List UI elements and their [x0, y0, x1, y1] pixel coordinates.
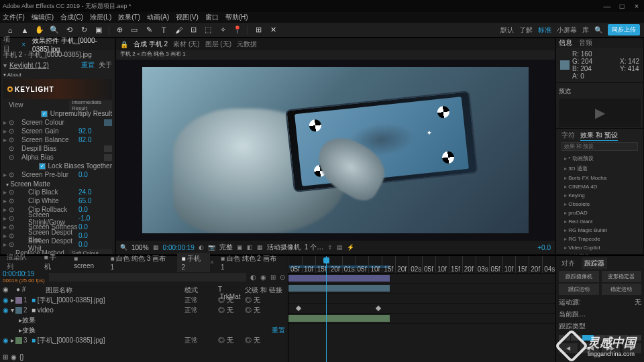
tab-audio[interactable]: 音频 [579, 38, 592, 48]
play-fwd-button[interactable]: ▶▶ [602, 343, 621, 353]
ws-learn[interactable]: 了解 [519, 25, 533, 35]
res-icon[interactable]: ▦ [153, 244, 159, 251]
visibility-icon[interactable]: ◉ [3, 296, 11, 304]
snap-icon[interactable]: ⊞ [252, 25, 264, 36]
zoom-dropdown[interactable]: 100% [131, 244, 149, 251]
menu-comp[interactable]: 合成(C) [60, 13, 83, 22]
snapshot-icon[interactable]: 📷 [208, 244, 215, 251]
views-dropdown[interactable]: 1 个… [305, 243, 323, 252]
play-back-button[interactable]: ◀◀ [580, 343, 599, 353]
unpremult-checkbox[interactable]: ✓ [41, 111, 48, 117]
tab-effects-presets[interactable]: 效果 和 预设 [580, 131, 618, 141]
camera-tool-icon[interactable]: ▣ [93, 25, 105, 36]
motion-source-dropdown[interactable]: 无 [635, 298, 641, 307]
lock-biases-checkbox[interactable]: ✓ [39, 163, 46, 170]
screen-colour-swatch[interactable] [104, 119, 112, 126]
track-camera-button[interactable]: 跟踪摄像机 [559, 271, 599, 282]
alpha-bias-swatch[interactable] [104, 154, 112, 161]
prev-frame-button[interactable]: ◀ [559, 343, 578, 353]
close-tab-icon[interactable]: × [210, 259, 214, 266]
magnify-icon[interactable]: 🔍 [120, 244, 127, 251]
maximize-icon[interactable]: □ [617, 2, 627, 10]
pixel-icon[interactable]: ▤ [337, 244, 343, 251]
menu-layer[interactable]: 涂层(L) [90, 13, 111, 22]
tab-align[interactable]: 对齐 [559, 257, 578, 269]
shrink-grow-value[interactable]: -1.0 [78, 215, 112, 222]
viewer-timecode[interactable]: 0:00:00:19 [163, 244, 195, 251]
resolution-dropdown[interactable]: 完整 [219, 243, 233, 252]
blur-icon[interactable]: ◉ [260, 274, 266, 281]
menu-window[interactable]: 窗口 [205, 13, 219, 22]
menu-view[interactable]: 视图(V) [176, 13, 198, 22]
anchor-tool-icon[interactable]: ⊕ [113, 25, 125, 36]
ws-default[interactable]: 默认 [500, 25, 514, 35]
ws-standard[interactable]: 标准 [538, 25, 551, 35]
tab-footage[interactable]: 素材 (无) [173, 40, 199, 49]
keyframe-icon[interactable] [296, 306, 301, 311]
lock-icon[interactable]: 🔒 [120, 41, 128, 48]
layer-row[interactable]: ◉▾2■ video正常◎ 无◎ 无 [0, 305, 288, 315]
mask-icon[interactable]: ◐ [199, 244, 204, 251]
selection-tool-icon[interactable]: ▲ [19, 25, 31, 36]
lib-icon[interactable]: ✕ [267, 25, 279, 36]
screen-balance-value[interactable]: 82.0 [78, 136, 112, 143]
track-motion-button[interactable]: 跟踪运动 [559, 284, 599, 295]
graph-icon[interactable]: ⊙ [280, 274, 285, 281]
pen-tool-icon[interactable]: ✎ [143, 25, 155, 36]
layer-row[interactable]: ◉▸1■ [手机_[0000-0385].jpg]正常◎ 无◎ 无 [0, 295, 288, 305]
fx-icon[interactable]: ⊞ [270, 274, 276, 281]
menu-help[interactable]: 帮助(H) [225, 13, 248, 22]
text-tool-icon[interactable]: T [158, 25, 170, 36]
layer-bar[interactable] [288, 274, 555, 284]
stabilize-motion-button[interactable]: 稳定运动 [602, 284, 642, 295]
brackets-icon[interactable]: {} [19, 353, 24, 361]
screen-gain-value[interactable]: 92.0 [78, 127, 112, 135]
rect-tool-icon[interactable]: ▭ [128, 25, 140, 36]
rotate-tool-icon[interactable]: ↻ [78, 25, 90, 36]
shy-icon[interactable]: ◐ [250, 274, 256, 281]
fast-icon[interactable]: ⚡ [347, 244, 354, 251]
layer-bar[interactable] [288, 284, 555, 294]
warp-stabilizer-button[interactable]: 变形稳定器 [602, 271, 642, 282]
viewport[interactable]: ✦ [116, 60, 555, 241]
effect-name[interactable]: Keylight (1.2) [9, 62, 49, 69]
next-frame-button[interactable]: ▶ [623, 343, 641, 353]
visibility-icon[interactable]: ◉ [3, 306, 11, 314]
toggle-switches-icon[interactable]: ⊞ [3, 353, 8, 361]
orbit-tool-icon[interactable]: ⟲ [63, 25, 75, 36]
menu-effect[interactable]: 效果(T) [118, 13, 140, 22]
tab-chars[interactable]: 字符 [561, 131, 575, 140]
ws-lib[interactable]: 库 [582, 25, 589, 35]
layer-bar[interactable] [288, 314, 555, 324]
despill-swatch[interactable] [104, 145, 112, 152]
eraser-tool-icon[interactable]: ⬚ [202, 25, 214, 36]
sync-button[interactable]: 同步上传 [608, 24, 640, 36]
preblur-value[interactable]: 0.0 [78, 171, 112, 178]
brush-tool-icon[interactable]: 🖌 [172, 25, 184, 36]
menu-anim[interactable]: 动画(A) [147, 13, 169, 22]
tab-layer[interactable]: 图层 (无) [205, 40, 231, 49]
stamp-tool-icon[interactable]: ⊡ [187, 25, 199, 36]
timeline-search-input[interactable] [49, 273, 246, 282]
tab-preview[interactable]: 预览 [559, 84, 641, 99]
menu-edit[interactable]: 编辑(E) [32, 13, 54, 22]
puppet-tool-icon[interactable]: 📍 [231, 25, 244, 36]
tab-info[interactable]: 信息 [559, 38, 572, 48]
visibility-icon[interactable]: ◉ [3, 337, 11, 344]
zoom-tool-icon[interactable]: 🔍 [48, 25, 60, 36]
transparency-icon[interactable]: ▦ [257, 244, 263, 251]
hand-tool-icon[interactable]: ✋ [34, 25, 46, 36]
tab-tracker[interactable]: 跟踪器 [582, 257, 607, 269]
preview-play-button[interactable]: ▶ [559, 99, 641, 127]
menu-file[interactable]: 文件(F) [3, 13, 25, 22]
fx-search-input[interactable] [561, 142, 638, 151]
layer-property[interactable]: ▸变换重置 [0, 325, 288, 335]
clip-black-value[interactable]: 24.0 [78, 188, 112, 196]
home-icon[interactable]: ⌂ [4, 25, 16, 36]
channel-icon[interactable]: ◧ [247, 244, 253, 251]
minimize-icon[interactable]: — [602, 2, 612, 10]
tab-comp[interactable]: 合成 手机 2 [133, 40, 168, 49]
grid-icon[interactable]: ▣ [237, 244, 243, 251]
share-icon[interactable]: ⇪ [327, 244, 333, 251]
reset-link[interactable]: 重置 [81, 61, 95, 68]
